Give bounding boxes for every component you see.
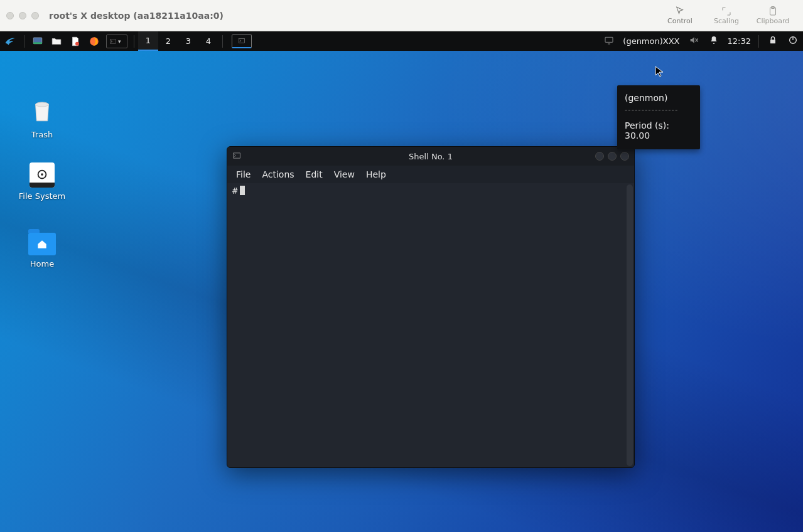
taskbar-item-terminal[interactable]	[232, 35, 252, 48]
terminal-menu-actions[interactable]: Actions	[262, 169, 294, 179]
minimize-dot[interactable]	[19, 12, 26, 19]
vnc-window-title: root's X desktop (aa18211a10aa:0)	[49, 11, 224, 21]
folder-icon	[51, 36, 62, 47]
cursor-icon	[674, 6, 686, 17]
terminal-icon	[238, 37, 245, 45]
terminal-cursor	[240, 186, 245, 195]
terminal-menu-view[interactable]: View	[334, 169, 355, 179]
panel-separator	[758, 35, 759, 48]
trash-icon	[29, 98, 55, 124]
window-traffic-lights	[6, 12, 39, 19]
panel-clock[interactable]: 12:32	[724, 36, 755, 46]
mouse-cursor-icon	[655, 66, 664, 80]
genmon-tooltip: (genmon) ---------------- Period (s): 30…	[617, 85, 700, 149]
terminal-titlebar-icon	[232, 151, 241, 162]
xfce-panel: ▾ 1 2 3 4 (genmon)XXX	[0, 31, 803, 51]
file-manager-launcher[interactable]	[47, 31, 66, 51]
terminal-title: Shell No. 1	[227, 152, 634, 161]
terminal-menu-help[interactable]: Help	[366, 169, 386, 179]
kali-menu-button[interactable]	[0, 31, 20, 51]
desktop-icon	[32, 36, 43, 47]
svg-rect-6	[110, 39, 116, 43]
firefox-launcher[interactable]	[85, 31, 104, 51]
scaling-icon	[721, 6, 732, 17]
terminal-menubar: File Actions Edit View Help	[227, 166, 634, 183]
bell-icon	[709, 35, 719, 45]
lock-icon	[768, 35, 778, 45]
audio-muted-tray[interactable]	[689, 35, 699, 47]
workspace-2[interactable]: 2	[158, 31, 178, 51]
vnc-control-label: Control	[667, 17, 693, 25]
volume-muted-icon	[689, 35, 699, 45]
chevron-down-icon: ▾	[118, 38, 124, 45]
svg-point-11	[36, 102, 49, 107]
svg-point-13	[41, 173, 43, 176]
panel-separator	[222, 35, 223, 48]
disk-icon	[35, 168, 49, 182]
desktop-icon-trash[interactable]: Trash	[14, 96, 70, 139]
vnc-clipboard-tool[interactable]: Clipboard	[754, 6, 792, 25]
terminal-launcher-dropdown[interactable]: ▾	[106, 35, 127, 48]
desktop-icon-filesystem[interactable]: File System	[14, 162, 70, 201]
vnc-control-tool[interactable]: Control	[661, 6, 699, 25]
firefox-icon	[89, 36, 100, 47]
kali-logo-icon	[4, 35, 16, 48]
monitor-icon	[604, 35, 614, 45]
lock-screen-button[interactable]	[768, 35, 778, 47]
svg-rect-9	[770, 40, 775, 43]
svg-rect-7	[239, 39, 245, 43]
workspace-3[interactable]: 3	[178, 31, 198, 51]
close-dot[interactable]	[6, 12, 14, 19]
tooltip-period: Period (s): 30.00	[625, 120, 693, 141]
workspace-4[interactable]: 4	[198, 31, 218, 51]
terminal-menu-file[interactable]: File	[236, 169, 251, 179]
svg-rect-3	[33, 42, 42, 43]
terminal-close-button[interactable]	[620, 152, 629, 161]
svg-rect-8	[605, 37, 613, 42]
power-icon	[788, 35, 798, 45]
workspace-1[interactable]: 1	[138, 31, 158, 51]
tooltip-separator: ----------------	[625, 105, 693, 114]
terminal-minimize-button[interactable]	[595, 152, 604, 161]
terminal-scrollbar[interactable]	[627, 184, 633, 466]
terminal-body[interactable]: #	[227, 183, 634, 467]
desktop-icon-home[interactable]: Home	[14, 233, 70, 269]
clipboard-icon	[767, 6, 779, 17]
vnc-scaling-tool[interactable]: Scaling	[708, 6, 745, 25]
logout-button[interactable]	[788, 35, 798, 47]
terminal-icon	[109, 38, 117, 45]
maximize-dot[interactable]	[31, 12, 39, 19]
display-tray-icon[interactable]	[604, 35, 614, 47]
vnc-titlebar: root's X desktop (aa18211a10aa:0) Contro…	[0, 0, 803, 31]
document-icon	[70, 36, 81, 47]
notifications-tray[interactable]	[709, 35, 719, 47]
tooltip-heading: (genmon)	[625, 93, 693, 103]
desktop-icon-label: File System	[14, 191, 70, 201]
desktop-icon-label: Home	[14, 259, 70, 269]
terminal-maximize-button[interactable]	[608, 152, 617, 161]
terminal-titlebar[interactable]: Shell No. 1	[227, 147, 634, 166]
terminal-menu-edit[interactable]: Edit	[306, 169, 323, 179]
vnc-scaling-label: Scaling	[714, 17, 739, 25]
svg-rect-14	[234, 152, 240, 157]
svg-point-4	[75, 41, 79, 45]
panel-separator	[24, 35, 24, 48]
home-icon	[36, 238, 48, 250]
genmon-panel-plugin[interactable]: (genmon)XXX	[619, 36, 683, 46]
vnc-clipboard-label: Clipboard	[757, 17, 790, 25]
desktop-icon-label: Trash	[14, 130, 70, 139]
panel-separator	[134, 35, 134, 48]
text-editor-launcher[interactable]	[66, 31, 85, 51]
show-desktop-button[interactable]	[28, 31, 47, 51]
terminal-prompt: #	[232, 186, 237, 196]
terminal-window[interactable]: Shell No. 1 File Actions Edit View Help …	[227, 146, 635, 468]
